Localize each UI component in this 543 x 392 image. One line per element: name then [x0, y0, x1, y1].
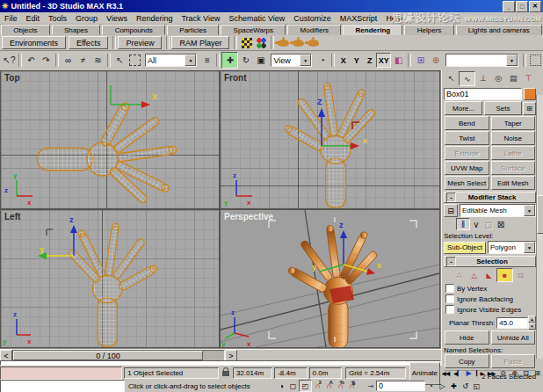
- maxscript-mini-listener-white[interactable]: [0, 380, 125, 392]
- selection-region-icon[interactable]: [127, 53, 142, 68]
- motion-tab-icon[interactable]: ◎: [491, 71, 506, 84]
- track-bar[interactable]: [0, 360, 441, 366]
- tab-objects[interactable]: Objects: [1, 25, 50, 35]
- key-mode-icon[interactable]: ⊸: [365, 381, 376, 391]
- face-icon[interactable]: ◣: [481, 269, 496, 281]
- tab-spacewarps[interactable]: SpaceWarps: [221, 25, 286, 35]
- min-max-toggle-icon[interactable]: ◱: [471, 381, 482, 391]
- render-last-teapot-icon[interactable]: [306, 35, 321, 50]
- crossing-selection-icon[interactable]: ▢: [287, 381, 299, 391]
- tab-particles[interactable]: Particles: [167, 25, 219, 35]
- close-button[interactable]: ✕: [529, 1, 541, 12]
- named-selection-dropdown[interactable]: ▼: [445, 54, 518, 67]
- menu-group[interactable]: Group: [71, 14, 102, 23]
- make-unique-icon[interactable]: ∨: [470, 219, 482, 229]
- spinner-up-icon[interactable]: ▴: [528, 316, 536, 323]
- select-scale-icon[interactable]: ▣: [253, 53, 268, 68]
- menu-rendering[interactable]: Rendering: [132, 14, 177, 23]
- undo-icon[interactable]: ↶: [24, 53, 39, 68]
- go-to-start-icon[interactable]: ◀◀: [440, 368, 452, 379]
- modifier-meshselect-button[interactable]: Mesh Select: [445, 176, 489, 190]
- degradation-icon[interactable]: ◑: [276, 381, 287, 391]
- spinner-down-icon[interactable]: ▾: [528, 323, 536, 330]
- utilities-tab-icon[interactable]: ⊤: [521, 71, 536, 84]
- arc-rotate-icon[interactable]: ↺: [460, 381, 471, 391]
- viewport-label[interactable]: Top: [4, 73, 20, 83]
- coord-z-field[interactable]: 0.0m: [309, 367, 342, 379]
- by-vertex-row[interactable]: By Vertex: [445, 283, 536, 294]
- modifier-editmesh-button[interactable]: Edit Mesh: [491, 176, 536, 190]
- vertex-icon[interactable]: ∴: [452, 269, 467, 281]
- modifier-uvwmap-button[interactable]: UVW Map: [445, 161, 489, 175]
- object-color-swatch[interactable]: [524, 88, 536, 100]
- modifier-stack-rollout[interactable]: - Modifier Stack: [444, 192, 536, 203]
- viewport-top[interactable]: Top X x y z: [1, 71, 219, 208]
- restrict-xy-button[interactable]: XY: [376, 53, 391, 68]
- modifier-taper-button[interactable]: Taper: [491, 116, 536, 130]
- select-by-name-icon[interactable]: ≡: [199, 53, 214, 68]
- snap-toggle-icon[interactable]: ∩3: [312, 381, 323, 391]
- help-mode-icon[interactable]: ↖?: [2, 53, 17, 68]
- ignore-visible-edges-checkbox[interactable]: [445, 305, 454, 314]
- go-to-end-icon[interactable]: ▶▶: [486, 368, 497, 379]
- menu-track-view[interactable]: Track View: [177, 14, 224, 23]
- display-tab-icon[interactable]: ▤: [506, 71, 521, 84]
- sub-object-level-dropdown[interactable]: Polygon ▼: [488, 241, 536, 254]
- show-end-result-icon[interactable]: ‖: [456, 218, 470, 230]
- selection-lock-icon[interactable]: [222, 371, 229, 376]
- pan-icon[interactable]: ✚: [448, 381, 460, 391]
- tab-lights-cameras[interactable]: Lights and cameras: [456, 25, 542, 35]
- zoom-icon[interactable]: ⊙: [497, 368, 509, 379]
- ram-player-button[interactable]: RAM Player: [171, 36, 229, 49]
- sets-button[interactable]: Sets: [484, 101, 522, 115]
- align-icon[interactable]: ⊕: [428, 53, 443, 68]
- zoom-all-icon[interactable]: ⊕: [509, 368, 520, 379]
- tab-compounds[interactable]: Compounds: [102, 25, 165, 35]
- modifier-bend-button[interactable]: Bend: [445, 116, 489, 130]
- select-object-icon[interactable]: ↖: [112, 53, 127, 68]
- reference-coordsys-dropdown[interactable]: View ▼: [271, 54, 312, 67]
- menu-views[interactable]: Views: [102, 14, 132, 23]
- field-of-view-icon[interactable]: ▷: [437, 381, 448, 391]
- collapse-icon[interactable]: -: [446, 257, 456, 266]
- hierarchy-tab-icon[interactable]: ⊥: [475, 71, 490, 84]
- panel-scrollbar[interactable]: [536, 95, 543, 359]
- selection-filter-dropdown[interactable]: All ▼: [145, 54, 197, 67]
- menu-maxscript[interactable]: MAXScript: [336, 14, 382, 23]
- tab-rendering[interactable]: Rendering: [343, 25, 402, 35]
- configure-buttons-icon[interactable]: ⊞: [523, 102, 536, 115]
- next-frame-icon[interactable]: ▎▶: [474, 368, 486, 379]
- ignore-backfacing-checkbox[interactable]: [445, 294, 454, 303]
- viewport-label[interactable]: Left: [4, 212, 20, 221]
- zoom-extents-icon[interactable]: ⊡: [520, 368, 532, 379]
- selection-rollout[interactable]: - Selection: [444, 256, 536, 267]
- select-rotate-icon[interactable]: ↻: [238, 53, 253, 68]
- restrict-x-button[interactable]: X: [337, 54, 350, 67]
- play-icon[interactable]: ▶: [463, 368, 474, 379]
- array-icon[interactable]: ⊞: [413, 53, 428, 68]
- material-editor-icon[interactable]: [254, 35, 269, 50]
- menu-tools[interactable]: Tools: [44, 14, 71, 23]
- object-name-field[interactable]: Box01: [444, 88, 522, 100]
- settings-icon[interactable]: ⊠: [495, 219, 507, 229]
- create-tab-icon[interactable]: ↖: [444, 71, 459, 84]
- tab-modifiers[interactable]: Modifiers: [287, 25, 341, 35]
- unhide-all-button[interactable]: Unhide All: [491, 330, 536, 345]
- edge-icon[interactable]: △: [467, 269, 481, 281]
- pin-stack-icon[interactable]: ⊟: [444, 204, 458, 217]
- viewport-front[interactable]: Front Z x x z y: [221, 71, 439, 208]
- mirror-icon[interactable]: ◧: [391, 53, 406, 68]
- element-icon[interactable]: □: [513, 269, 528, 281]
- tab-helpers[interactable]: Helpers: [404, 25, 453, 35]
- current-frame-field[interactable]: 0: [376, 381, 425, 391]
- viewport-label[interactable]: Perspective: [224, 212, 273, 221]
- time-slider-handle[interactable]: 0 / 100: [13, 351, 203, 360]
- modifier-stack-dropdown[interactable]: Editable Mesh ▼: [460, 204, 536, 217]
- menu-edit[interactable]: Edit: [22, 14, 45, 23]
- previous-frame-icon[interactable]: ◀▎: [452, 368, 463, 379]
- use-pivot-icon[interactable]: ◔: [315, 53, 329, 68]
- polygon-icon[interactable]: ■: [496, 268, 513, 282]
- time-configuration-icon[interactable]: ◔: [425, 381, 437, 391]
- render-scene-icon[interactable]: [239, 35, 254, 50]
- chevron-down-icon[interactable]: ▼: [524, 242, 535, 253]
